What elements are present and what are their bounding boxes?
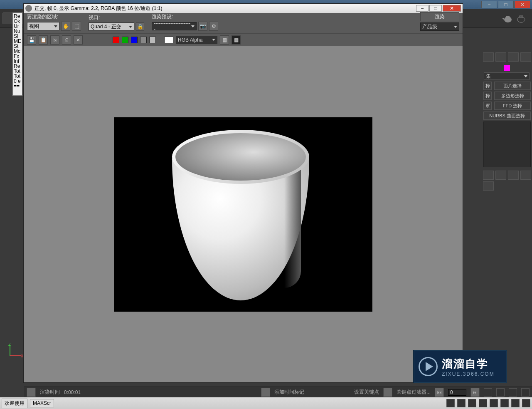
chevron-down-icon bbox=[129, 26, 132, 28]
viewport-dropdown[interactable]: Quad 4 - 正交 bbox=[89, 22, 134, 31]
configure-sets-icon[interactable] bbox=[483, 181, 494, 191]
modifier-set-dropdown[interactable]: 集 bbox=[484, 72, 530, 80]
render-maximize-button[interactable]: □ bbox=[429, 5, 442, 12]
blue-channel-toggle[interactable] bbox=[131, 37, 138, 43]
timeline-icon[interactable] bbox=[27, 388, 36, 397]
print-image-icon[interactable]: 🖨 bbox=[62, 35, 71, 45]
set-key-button[interactable]: 设置关键点 bbox=[354, 389, 379, 396]
ffd-select-button[interactable]: FFD 选择 bbox=[494, 102, 531, 110]
chevron-down-icon bbox=[454, 26, 457, 28]
viewport-nav-icon[interactable] bbox=[479, 399, 487, 407]
nav-icon[interactable] bbox=[509, 388, 517, 397]
save-image-icon[interactable]: 💾 bbox=[27, 35, 36, 45]
nav-icon[interactable] bbox=[484, 388, 492, 397]
add-time-marker-button[interactable]: 添加时间标记 bbox=[274, 389, 304, 396]
channel-dropdown[interactable]: RGB Alpha bbox=[176, 36, 217, 44]
command-panel-tabs bbox=[482, 51, 532, 63]
render-teapot-wire-icon[interactable] bbox=[515, 14, 527, 23]
frame-spinner[interactable]: 0 bbox=[448, 389, 466, 396]
render-time-label: 渲染时间 bbox=[40, 389, 60, 396]
viewport-value: Quad 4 - 正交 bbox=[91, 23, 121, 30]
play-circle-icon bbox=[419, 357, 438, 376]
vol-select-button[interactable]: 罩 bbox=[483, 102, 492, 110]
modifier-stack-list[interactable] bbox=[483, 121, 531, 167]
render-output-dropdown[interactable]: 产品级 bbox=[420, 22, 459, 31]
chevron-down-icon bbox=[54, 25, 57, 27]
pin-stack-icon[interactable] bbox=[483, 171, 494, 180]
mesh-select-button[interactable]: 择 bbox=[483, 82, 492, 90]
overlay-toggle-icon[interactable]: ▦ bbox=[220, 35, 229, 45]
preset-value: ----------------------- bbox=[154, 20, 191, 32]
render-toolbar-row2: 💾 📋 ⎘ 🖨 ✕ RGB Alpha ▦ ▦ bbox=[24, 34, 463, 46]
viewport-nav-icon[interactable] bbox=[468, 399, 476, 407]
area-to-render-label: 要渲染的区域: bbox=[27, 13, 81, 20]
svg-point-0 bbox=[504, 17, 512, 22]
viewport-nav-icon[interactable] bbox=[490, 399, 498, 407]
key-mode-icon[interactable] bbox=[383, 388, 392, 397]
render-window-app-icon bbox=[25, 5, 32, 12]
viewport-nav-icon[interactable] bbox=[511, 399, 520, 407]
mono-channel-toggle[interactable] bbox=[149, 37, 156, 43]
remove-modifier-icon[interactable] bbox=[520, 171, 531, 180]
maxscript-tab[interactable]: MAXScr bbox=[30, 399, 54, 407]
viewport-nav-icon[interactable] bbox=[457, 399, 466, 407]
goto-start-icon[interactable]: ⏮ bbox=[435, 388, 444, 397]
render-time-bar: 渲染时间 0:00:01 添加时间标记 设置关键点 关键点过滤器... ⏮ 0 … bbox=[24, 387, 532, 397]
poly-select-button[interactable]: 多边形选择 bbox=[494, 92, 531, 100]
hierarchy-tab-icon[interactable] bbox=[508, 52, 519, 62]
main-close-button[interactable]: ✕ bbox=[515, 1, 530, 8]
svg-rect-1 bbox=[506, 16, 510, 17]
stack-tools bbox=[482, 169, 532, 192]
copy-image-icon[interactable]: 📋 bbox=[39, 35, 48, 45]
red-channel-toggle[interactable] bbox=[113, 37, 119, 43]
main-minimize-button[interactable]: − bbox=[481, 1, 497, 8]
nurbs-select-button[interactable]: NURBS 曲面选择 bbox=[483, 112, 531, 120]
welcome-tab[interactable]: 欢迎使用 bbox=[2, 399, 27, 408]
patch-select-button[interactable]: 面片选择 bbox=[494, 82, 531, 90]
modify-tab-icon[interactable] bbox=[495, 52, 506, 62]
viewport-nav-icon[interactable] bbox=[522, 399, 530, 407]
alpha-channel-toggle[interactable] bbox=[140, 37, 147, 43]
preset-label: 渲染预设: bbox=[152, 13, 218, 20]
rendered-image bbox=[114, 117, 372, 312]
lock-viewport-icon[interactable]: 🔒 bbox=[136, 22, 144, 31]
modifier-set-label: 集 bbox=[486, 73, 491, 80]
overlay-dark-toggle-icon[interactable]: ▦ bbox=[232, 35, 241, 45]
main-maximize-button[interactable]: □ bbox=[498, 1, 514, 8]
watermark-subtitle: ZIXUE.3D66.COM bbox=[442, 371, 495, 377]
chevron-down-icon bbox=[191, 25, 195, 27]
render-close-button[interactable]: ✕ bbox=[443, 5, 461, 12]
green-channel-toggle[interactable] bbox=[122, 37, 128, 43]
bg-color-swatch[interactable] bbox=[164, 37, 173, 43]
time-tag-icon[interactable] bbox=[261, 388, 270, 397]
render-button[interactable]: 渲染 bbox=[420, 12, 459, 21]
render-teapot-solid-icon[interactable] bbox=[502, 14, 514, 23]
utility-tab-icon[interactable] bbox=[520, 52, 531, 62]
create-tab-icon[interactable] bbox=[483, 52, 494, 62]
show-end-result-icon[interactable] bbox=[495, 171, 506, 180]
render-window-title: 正交, 帧 0, 显示 Gamma: 2.2, RGBA 颜色 16 位/通道 … bbox=[34, 5, 162, 12]
viewport-nav-icon[interactable] bbox=[500, 399, 509, 407]
object-color-swatch[interactable] bbox=[504, 65, 510, 71]
render-window-titlebar[interactable]: 正交, 帧 0, 显示 Gamma: 2.2, RGBA 颜色 16 位/通道 … bbox=[24, 4, 463, 13]
spline-select-button[interactable]: 择 bbox=[483, 92, 492, 100]
make-unique-icon[interactable] bbox=[508, 171, 519, 180]
area-to-render-dropdown[interactable]: 视图 bbox=[27, 22, 59, 30]
nav-icon[interactable] bbox=[496, 388, 505, 397]
goto-end-icon[interactable]: ⏭ bbox=[470, 388, 480, 397]
auto-region-icon[interactable]: ⬚ bbox=[72, 22, 81, 31]
render-minimize-button[interactable]: − bbox=[416, 5, 429, 12]
edit-region-icon[interactable]: ✋ bbox=[61, 22, 70, 31]
clear-image-icon[interactable]: ✕ bbox=[74, 35, 83, 45]
render-setup-icon[interactable]: 📷 bbox=[198, 22, 207, 31]
area-value: 视图 bbox=[29, 23, 39, 30]
maxscript-listener-panel: Re Ok Ur Nu SI ME St Mc Fx Inf Re Tot To… bbox=[12, 12, 22, 96]
environment-icon[interactable]: ⚙ bbox=[209, 22, 218, 31]
render-canvas-area[interactable] bbox=[24, 46, 463, 382]
render-preset-dropdown[interactable]: ----------------------- bbox=[152, 22, 197, 30]
nav-icon[interactable] bbox=[521, 388, 530, 397]
key-filter-button[interactable]: 关键点过滤器... bbox=[397, 389, 431, 396]
viewport-nav-icon[interactable] bbox=[446, 399, 455, 407]
rendered-cup-object bbox=[172, 130, 309, 300]
clone-vfb-icon[interactable]: ⎘ bbox=[50, 35, 59, 45]
